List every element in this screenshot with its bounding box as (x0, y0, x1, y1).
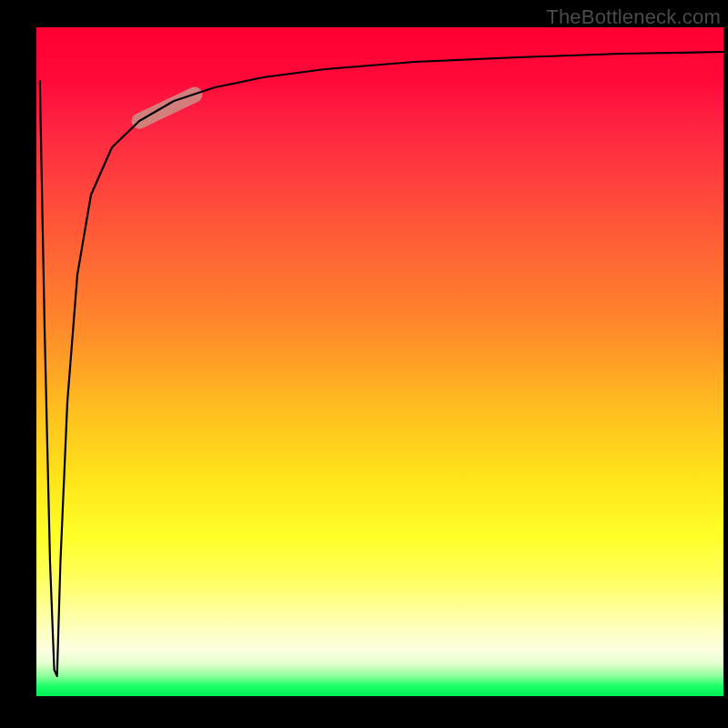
bottleneck-curve-svg (36, 27, 723, 696)
bottleneck-curve (40, 52, 723, 676)
chart-frame: TheBottleneck.com (0, 0, 728, 728)
watermark-text: TheBottleneck.com (546, 5, 721, 29)
plot-area (36, 27, 723, 696)
